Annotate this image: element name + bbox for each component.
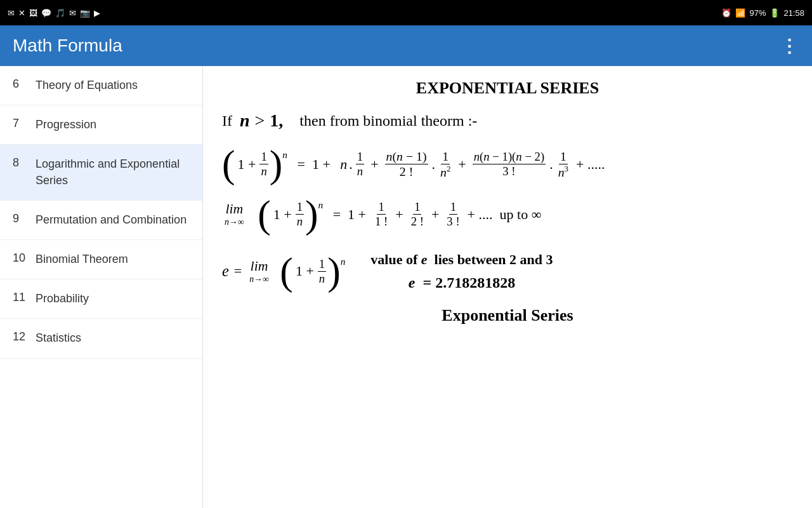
sidebar-num-8: 8 [13, 156, 36, 170]
formula3: e = lim n→∞ ( 1 + 1 n ) n [222, 256, 345, 287]
one-plus2: 1 + [273, 206, 292, 223]
space2 [274, 263, 278, 279]
alarm-icon: ⏰ [721, 8, 731, 18]
plus4: + ..... [576, 156, 605, 173]
sidebar-label-11: Probability [36, 291, 89, 307]
frac-1-3fact: 1 3 ! [445, 200, 461, 229]
sidebar-item-theory-of-equations[interactable]: 6 Theory of Equations [0, 66, 202, 105]
frac-nn1n2-3: n(n − 1)(n − 2) 3 ! [473, 150, 546, 178]
lim-sub2: n→∞ [249, 274, 269, 284]
sidebar-item-log-exp[interactable]: 8 Logarithmic and Exponential Series [0, 145, 202, 200]
space1 [251, 206, 254, 223]
clock-time: 21:58 [783, 8, 804, 18]
status-left: ✉ ✕ 🖼 💬 🎵 ✉ 📷 ▶ [8, 8, 100, 18]
email-icon: ✉ [8, 8, 15, 18]
exp-n2: n [318, 199, 323, 211]
exp-n3: n [341, 256, 346, 267]
youtube-icon: ▶ [94, 8, 100, 18]
eq3: = [234, 263, 242, 279]
sidebar-num-7: 7 [13, 117, 36, 130]
frac-1-n3: 1 n3 [557, 149, 570, 180]
one-val: 1, [270, 110, 283, 131]
sidebar-label-6: Theory of Equations [36, 77, 138, 93]
n-dot: n [340, 156, 347, 173]
music-icon: 🎵 [55, 8, 65, 18]
rparen2: ) [305, 199, 318, 230]
battery-text: 97% [749, 8, 766, 18]
sidebar-label-9: Permutation and Combination [36, 212, 187, 228]
lim-word1: lim [225, 201, 243, 217]
x-icon: ✕ [18, 8, 25, 18]
equals1: = 1 + [294, 156, 334, 173]
gt-symbol: > [255, 110, 265, 131]
frac-1-n2: 1 n [356, 150, 364, 178]
e-value: e = 2.718281828 [370, 274, 553, 291]
dots-inf: + .... up to ∞ [468, 206, 542, 223]
app-title: Math Formula [13, 36, 122, 56]
more-options-icon[interactable]: ⋮ [780, 36, 799, 57]
frac-1-n: 1 n [259, 150, 268, 178]
frac-1-2fact: 1 2 ! [410, 200, 425, 229]
frac-1-n-e: 1 n [318, 257, 326, 286]
sidebar-item-progression[interactable]: 7 Progression [0, 105, 202, 145]
main-layout: 6 Theory of Equations 7 Progression 8 Lo… [0, 66, 812, 508]
formula2: lim n→∞ ( 1 + 1 n ) n = 1 + 1 1 ! + 1 2 … [222, 199, 793, 230]
rparen3: ) [327, 256, 341, 287]
if-text: If [222, 112, 232, 130]
dot3: . [549, 156, 553, 173]
frac-1-n2sq: 1 n2 [439, 149, 452, 180]
limit-block2: lim n→∞ [249, 258, 269, 284]
sidebar-label-10: Binomial Theorem [36, 251, 128, 267]
sidebar-label-7: Progression [36, 117, 96, 133]
e-letter: e [222, 262, 229, 280]
image-icon: 🖼 [29, 8, 37, 18]
battery-icon: 🔋 [769, 8, 780, 18]
section-title: EXPONENTIAL SERIES [222, 79, 793, 98]
app-bar: Math Formula ⋮ [0, 25, 812, 66]
then-text: then from binomial theorm :- [292, 112, 477, 130]
plus6: + [431, 206, 439, 223]
sidebar-num-6: 6 [13, 77, 36, 91]
sidebar-num-10: 10 [13, 251, 36, 265]
frac-nn1-2: n(n − 1) 2 ! [385, 149, 428, 179]
intro-line: If n > 1, then from binomial theorm :- [222, 110, 793, 131]
whatsapp-icon: 💬 [41, 8, 51, 18]
plus5: + [395, 206, 403, 223]
plus3: + [458, 156, 466, 173]
content-area: EXPONENTIAL SERIES If n > 1, then from b… [203, 66, 812, 508]
value-statement: value of e lies between 2 and 3 [370, 251, 553, 268]
mail2-icon: ✉ [69, 8, 76, 18]
lim-word2: lim [251, 258, 268, 274]
sub-section-title: Exponential Series [222, 306, 793, 325]
lparen2: ( [258, 199, 271, 230]
photo-icon: 📷 [80, 8, 90, 18]
sidebar-item-statistics[interactable]: 12 Statistics [0, 319, 202, 358]
plus2: + [370, 156, 378, 173]
sidebar-item-probability[interactable]: 11 Probability [0, 279, 202, 319]
sidebar: 6 Theory of Equations 7 Progression 8 Lo… [0, 66, 203, 508]
sidebar-label-12: Statistics [36, 330, 81, 346]
lparen1: ( [222, 149, 235, 180]
lparen3: ( [280, 256, 293, 287]
eq2: = 1 + [329, 206, 366, 223]
value-statement-block: value of e lies between 2 and 3 e = 2.71… [370, 251, 553, 291]
exp-n: n [282, 149, 287, 161]
status-right: ⏰ 📶 97% 🔋 21:58 [721, 8, 804, 18]
status-bar: ✉ ✕ 🖼 💬 🎵 ✉ 📷 ▶ ⏰ 📶 97% 🔋 21:58 [0, 0, 812, 25]
sidebar-num-9: 9 [13, 212, 36, 225]
sidebar-num-12: 12 [13, 330, 36, 344]
sidebar-item-binomial[interactable]: 10 Binomial Theorem [0, 240, 202, 279]
sidebar-item-permutation[interactable]: 9 Permutation and Combination [0, 201, 202, 240]
sidebar-num-11: 11 [13, 291, 36, 304]
n-gt-1: n [240, 110, 250, 131]
limit-block1: lim n→∞ [225, 201, 244, 227]
dot2: . [432, 156, 436, 173]
formula1: ( 1 + 1 n ) n = 1 + n . 1 n + n(n − 1) 2… [222, 149, 793, 180]
one-plus3: 1 + [296, 263, 314, 279]
frac-1-1fact: 1 1 ! [374, 200, 389, 229]
lim-sub1: n→∞ [225, 217, 244, 227]
signal-icon: 📶 [735, 8, 745, 18]
frac-1-n-lim: 1 n [296, 200, 304, 229]
formula3-row: e = lim n→∞ ( 1 + 1 n ) n value of [222, 250, 793, 293]
rparen1: ) [270, 149, 283, 180]
